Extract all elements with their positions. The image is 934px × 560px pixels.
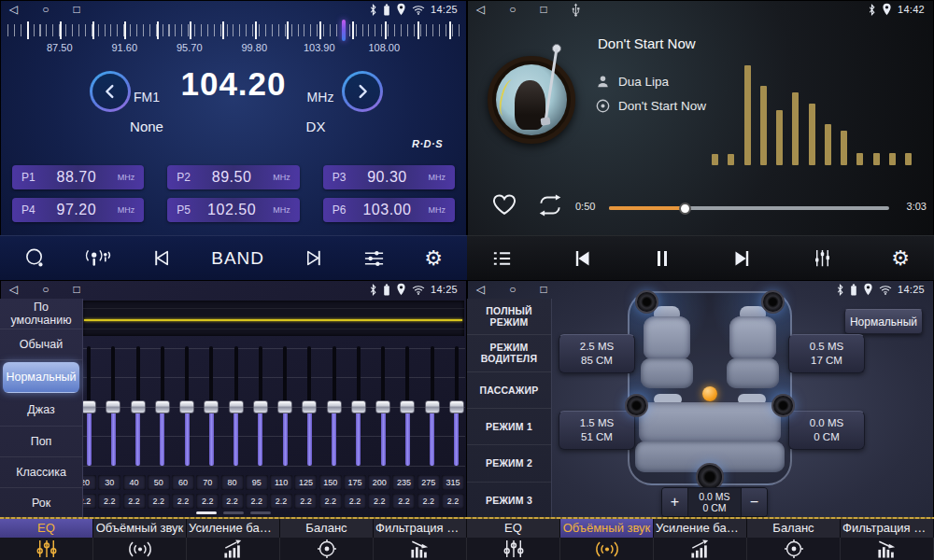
next-track-button[interactable] [731, 247, 754, 270]
sound-mode-item[interactable]: ПАССАЖИР [467, 372, 551, 409]
tab-eq[interactable]: EQ [0, 519, 93, 560]
eq-slider-knob[interactable] [425, 400, 440, 413]
nav-back-icon[interactable]: ◁ [9, 280, 18, 299]
q-value[interactable]: 2.2 [344, 494, 366, 509]
fc-value[interactable]: 70 [196, 475, 219, 490]
fc-value[interactable]: 95 [246, 475, 268, 490]
eq-band-slider[interactable] [302, 346, 317, 468]
seek-bar[interactable] [609, 206, 889, 210]
eq-band-slider[interactable] [229, 346, 244, 468]
eq-slider-knob[interactable] [229, 400, 244, 413]
rear-left-speaker-icon[interactable] [625, 394, 648, 417]
nav-home-icon[interactable]: ○ [509, 0, 516, 19]
band-button[interactable]: BAND [211, 248, 264, 269]
fc-value[interactable]: 50 [148, 475, 170, 490]
nav-recents-icon[interactable]: □ [73, 0, 79, 19]
tab-filter[interactable]: Фильтрация ба… [841, 519, 934, 560]
sound-preset-button[interactable]: Нормальный [844, 309, 923, 334]
eq-band-slider[interactable] [375, 346, 390, 468]
seek-up-button[interactable] [342, 71, 383, 112]
eq-band-slider[interactable] [351, 346, 366, 468]
nav-home-icon[interactable]: ○ [509, 280, 516, 299]
fc-value[interactable]: 80 [221, 475, 244, 490]
tab-surround[interactable]: Объёмный звук [560, 519, 654, 560]
sound-mode-item[interactable]: РЕЖИМ 1 [467, 409, 551, 445]
eq-slider-knob[interactable] [131, 400, 146, 413]
front-right-delay-button[interactable]: 0.5 MS 17 CM [788, 334, 865, 373]
preset-button[interactable]: P4 97.20 MHz [12, 198, 144, 222]
fc-value[interactable]: 275 [417, 475, 440, 490]
favorite-button[interactable] [491, 192, 517, 217]
repeat-button[interactable] [536, 194, 564, 217]
fc-value[interactable]: 315 [442, 475, 464, 490]
eq-band-slider[interactable] [449, 346, 464, 468]
q-value[interactable]: 2.2 [123, 494, 146, 509]
nav-back-icon[interactable]: ◁ [476, 0, 485, 19]
settings-gear-icon[interactable]: ⚙ [424, 248, 443, 269]
fc-value[interactable]: 200 [368, 475, 390, 490]
eq-slider-knob[interactable] [400, 400, 415, 413]
eq-slider-knob[interactable] [204, 400, 219, 413]
eq-slider-knob[interactable] [375, 400, 390, 413]
preset-button[interactable]: P2 89.50 MHz [167, 165, 299, 189]
nav-recents-icon[interactable]: □ [540, 0, 546, 19]
playlist-button[interactable] [491, 249, 513, 268]
preset-button[interactable]: P6 103.00 MHz [323, 198, 455, 222]
band-page-indicator[interactable] [196, 511, 271, 514]
nav-recents-icon[interactable]: □ [73, 280, 79, 299]
eq-slider-knob[interactable] [277, 400, 292, 413]
tab-filter[interactable]: Фильтрация ба… [374, 519, 467, 560]
fc-value[interactable]: 150 [319, 475, 342, 490]
settings-gear-icon[interactable]: ⚙ [891, 248, 910, 269]
equalizer-shortcut-button[interactable] [812, 247, 833, 269]
rear-right-delay-button[interactable]: 0.0 MS 0 CM [788, 411, 865, 450]
fc-value[interactable]: 110 [270, 475, 292, 490]
eq-slider-knob[interactable] [449, 400, 464, 413]
q-value[interactable]: 2.2 [319, 494, 342, 509]
eq-band-slider[interactable] [179, 346, 194, 468]
q-value[interactable]: 2.2 [368, 494, 390, 509]
sound-mode-item[interactable]: РЕЖИМ 2 [467, 445, 551, 482]
sound-mode-item[interactable]: РЕЖИМ 3 [467, 483, 551, 519]
preset-button[interactable]: P1 88.70 MHz [12, 165, 144, 189]
tuning-scale[interactable]: 87.5091.6095.7099.80103.90108.00 [0, 20, 467, 57]
sound-mode-item[interactable]: РЕЖИМ ВОДИТЕЛЯ [467, 335, 551, 371]
eq-slider-knob[interactable] [327, 400, 342, 413]
q-value[interactable]: 2.2 [246, 494, 268, 509]
next-station-button[interactable] [304, 247, 325, 269]
q-value[interactable]: 2.2 [442, 494, 464, 509]
eq-slider-knob[interactable] [179, 400, 194, 413]
eq-band-slider[interactable] [425, 346, 440, 468]
sound-mode-item[interactable]: ПОЛНЫЙ РЕЖИМ [467, 299, 551, 335]
q-value[interactable]: 2.2 [392, 494, 415, 509]
eq-band-slider[interactable] [106, 346, 120, 468]
eq-preset-item[interactable]: Поп [0, 427, 82, 457]
tab-balance[interactable]: Баланс [747, 519, 841, 560]
tab-balance[interactable]: Баланс [280, 519, 374, 560]
tab-eq[interactable]: EQ [467, 519, 560, 560]
nav-home-icon[interactable]: ○ [42, 280, 49, 299]
eq-preset-item[interactable]: Обычай [0, 329, 82, 360]
eq-band-slider[interactable] [400, 346, 415, 468]
fc-value[interactable]: 235 [392, 475, 415, 490]
nav-home-icon[interactable]: ○ [42, 0, 49, 19]
previous-track-button[interactable] [571, 247, 593, 270]
eq-band-slider[interactable] [131, 346, 146, 468]
q-value[interactable]: 2.2 [221, 494, 244, 509]
q-value[interactable]: 2.2 [294, 494, 317, 509]
eq-band-slider[interactable] [204, 346, 219, 468]
nav-back-icon[interactable]: ◁ [476, 280, 485, 299]
seek-bar-thumb[interactable] [679, 203, 691, 215]
q-value[interactable]: 2.2 [417, 494, 440, 509]
eq-slider-knob[interactable] [302, 400, 317, 413]
eq-slider-knob[interactable] [351, 400, 366, 413]
q-value[interactable]: 2.2 [196, 494, 219, 509]
q-value[interactable]: 2.2 [98, 494, 120, 509]
eq-band-slider[interactable] [81, 346, 96, 468]
q-value[interactable]: 2.2 [270, 494, 292, 509]
delay-increase-button[interactable]: + [662, 488, 687, 516]
rear-left-delay-button[interactable]: 1.5 MS 51 CM [559, 411, 635, 450]
eq-preset-item[interactable]: Рок [0, 488, 82, 519]
eq-band-slider[interactable] [155, 346, 170, 468]
eq-preset-item[interactable]: Нормальный [3, 362, 79, 393]
